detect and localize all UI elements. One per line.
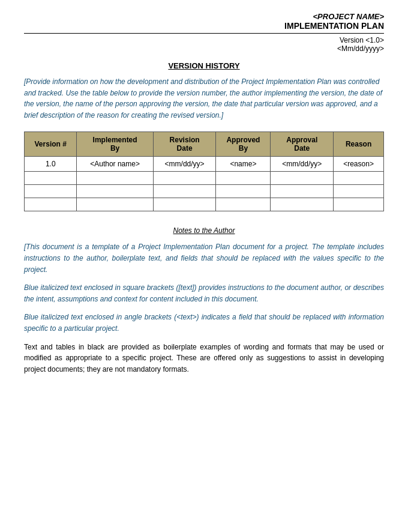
table-row xyxy=(25,198,384,211)
table-cell: 1.0 xyxy=(25,157,77,172)
col-approved: ApprovedBy xyxy=(216,132,271,157)
table-cell xyxy=(334,185,384,198)
table-cell xyxy=(334,172,384,185)
doc-title: IMPLEMENTATION PLAN xyxy=(24,21,384,31)
table-cell xyxy=(25,198,77,211)
note-paragraph-4: Text and tables in black are provided as… xyxy=(24,342,384,375)
intro-text: [Provide information on how the developm… xyxy=(24,76,384,121)
table-header-row: Version # ImplementedBy RevisionDate App… xyxy=(25,132,384,157)
table-row: 1.0<Author name><mm/dd/yy><name><mm/dd/y… xyxy=(25,157,384,172)
version-date: <Mm/dd/yyyy> xyxy=(24,44,384,53)
col-reason: Reason xyxy=(334,132,384,157)
note-paragraph-3: Blue italicized text enclosed in angle b… xyxy=(24,312,384,334)
table-cell xyxy=(216,198,271,211)
notes-section: Notes to the Author xyxy=(24,225,384,235)
table-row xyxy=(25,172,384,185)
table-cell: <mm/dd/yy> xyxy=(271,157,334,172)
table-cell xyxy=(271,172,334,185)
col-implemented: ImplementedBy xyxy=(77,132,153,157)
table-cell xyxy=(216,172,271,185)
table-cell xyxy=(271,198,334,211)
notes-paragraphs: [This document is a template of a Projec… xyxy=(24,241,384,375)
table-cell xyxy=(77,198,153,211)
table-cell: <mm/dd/yy> xyxy=(153,157,216,172)
col-approval-date: ApprovalDate xyxy=(271,132,334,157)
table-cell xyxy=(216,185,271,198)
header-section: <PROJECT NAME> IMPLEMENTATION PLAN xyxy=(24,12,384,31)
section-title: VERSION HISTORY xyxy=(24,61,384,70)
table-cell xyxy=(77,172,153,185)
col-version: Version # xyxy=(25,132,77,157)
project-name: <PROJECT NAME> xyxy=(24,12,384,21)
table-cell xyxy=(25,172,77,185)
version-history-table: Version # ImplementedBy RevisionDate App… xyxy=(24,131,384,211)
table-cell xyxy=(153,172,216,185)
header-divider xyxy=(24,33,384,34)
table-body: 1.0<Author name><mm/dd/yy><name><mm/dd/y… xyxy=(25,157,384,211)
table-cell xyxy=(271,185,334,198)
note-paragraph-1: [This document is a template of a Projec… xyxy=(24,241,384,275)
table-cell xyxy=(334,198,384,211)
table-cell: <reason> xyxy=(334,157,384,172)
notes-title: Notes to the Author xyxy=(173,226,235,235)
table-cell xyxy=(77,185,153,198)
table-cell: <Author name> xyxy=(77,157,153,172)
table-cell xyxy=(153,198,216,211)
table-cell xyxy=(153,185,216,198)
table-cell xyxy=(25,185,77,198)
note-paragraph-2: Blue italicized text enclosed in square … xyxy=(24,282,384,304)
version-number: Version <1.0> xyxy=(24,36,384,44)
table-row xyxy=(25,185,384,198)
table-cell: <name> xyxy=(216,157,271,172)
col-revision: RevisionDate xyxy=(153,132,216,157)
version-info: Version <1.0> <Mm/dd/yyyy> xyxy=(24,36,384,53)
